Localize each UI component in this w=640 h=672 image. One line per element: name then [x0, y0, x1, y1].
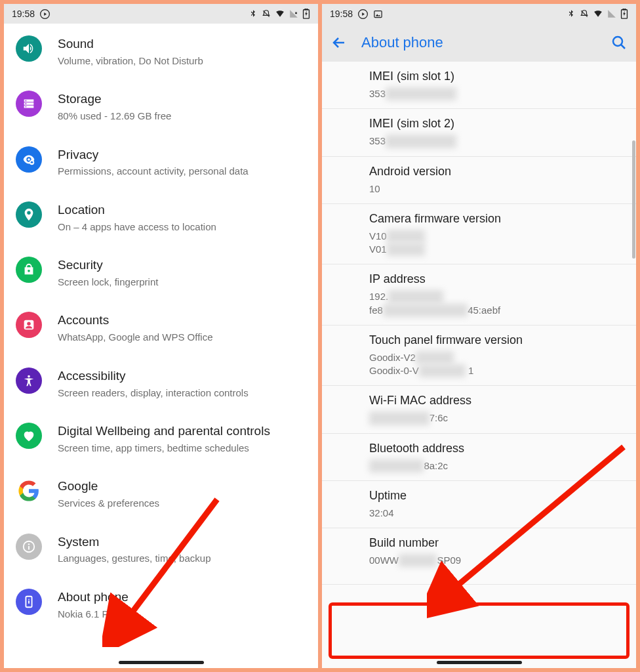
- row-title: Google: [58, 479, 305, 494]
- about-item-wifi-mac[interactable]: Wi-Fi MAC address 00:00:00:00:07:6c: [322, 386, 636, 433]
- accessibility-icon: [16, 368, 42, 394]
- back-button[interactable]: [331, 35, 347, 51]
- scroll-thumb[interactable]: [632, 140, 635, 259]
- svg-point-22: [613, 37, 622, 46]
- about-item-uptime[interactable]: Uptime 32:04: [322, 481, 636, 528]
- section-value: 00:00:00:00:8a:2c: [369, 459, 636, 472]
- wifi-icon: [593, 9, 603, 18]
- about-item-touchfw[interactable]: Touch panel firmware version Goodix-V2.0…: [322, 326, 636, 387]
- svg-rect-19: [374, 10, 382, 17]
- svg-point-12: [28, 543, 30, 545]
- appbar-title: About phone: [361, 34, 443, 51]
- section-label: IMEI (sim slot 1): [369, 70, 636, 83]
- about-item-build[interactable]: Build number 00WW_0_000_SP09: [322, 528, 636, 585]
- section-label: Bluetooth address: [369, 442, 636, 455]
- row-title: Location: [58, 203, 305, 218]
- row-title: Privacy: [58, 148, 305, 163]
- row-sub: Permissions, account activity, personal …: [58, 165, 305, 178]
- section-label: IP address: [369, 272, 636, 286]
- settings-item-security[interactable]: Security Screen lock, fingerprint: [4, 245, 318, 300]
- system-icon: [16, 534, 42, 560]
- settings-item-google[interactable]: Google Services & preferences: [4, 466, 318, 521]
- row-title: System: [58, 535, 305, 550]
- about-item-bluetooth[interactable]: Bluetooth address 00:00:00:00:8a:2c: [322, 434, 636, 481]
- svg-rect-21: [623, 9, 626, 10]
- row-title: About phone: [58, 590, 305, 605]
- row-sub: Nokia 6.1 Plus: [58, 608, 305, 621]
- image-icon: [373, 9, 383, 19]
- row-sub: Languages, gestures, time, backup: [58, 552, 305, 565]
- svg-rect-16: [28, 600, 30, 604]
- svg-point-6: [28, 158, 30, 161]
- row-title: Digital Wellbeing and parental controls: [58, 424, 305, 439]
- section-value: 10: [369, 182, 636, 196]
- section-value: 3530000000000000: [369, 135, 636, 148]
- signal-icon: [607, 9, 616, 18]
- about-list: IMEI (sim slot 1) 3530000000000000 IMEI …: [322, 62, 636, 668]
- wellbeing-icon: [16, 423, 42, 449]
- settings-item-privacy[interactable]: Privacy Permissions, account activity, p…: [4, 135, 318, 190]
- nav-handle[interactable]: [119, 661, 204, 664]
- settings-item-storage[interactable]: Storage 80% used - 12.69 GB free: [4, 79, 318, 134]
- row-sub: 80% used - 12.69 GB free: [58, 110, 305, 123]
- dnd-icon: [262, 9, 271, 18]
- row-title: Accessibility: [58, 369, 305, 384]
- row-title: Security: [58, 258, 305, 273]
- row-sub: Screen readers, display, interaction con…: [58, 387, 305, 400]
- svg-point-10: [28, 375, 30, 378]
- about-phone-icon: [16, 589, 42, 615]
- sound-icon: [16, 35, 42, 62]
- section-label: IMEI (sim slot 2): [369, 117, 636, 131]
- svg-point-5: [26, 106, 27, 108]
- section-value: Goodix-V2.000.000 Goodix-0-V0.00.000.0 1: [369, 351, 636, 378]
- section-label: Android version: [369, 165, 636, 178]
- bluetooth-icon: [567, 9, 576, 18]
- play-icon: [40, 9, 50, 19]
- row-title: Storage: [58, 92, 305, 107]
- row-sub: On – 4 apps have access to location: [58, 220, 305, 234]
- section-label: Wi-Fi MAC address: [369, 394, 636, 408]
- about-item-imei2[interactable]: IMEI (sim slot 2) 3530000000000000: [322, 109, 636, 156]
- row-sub: Screen time, app timers, bedtime schedul…: [58, 442, 305, 455]
- about-item-ip[interactable]: IP address 192.000.000.000 fe80::0000:00…: [322, 264, 636, 326]
- privacy-icon: [16, 146, 42, 173]
- section-label: Uptime: [369, 489, 636, 503]
- settings-list: Sound Volume, vibration, Do Not Disturb …: [4, 24, 318, 668]
- settings-item-accounts[interactable]: Accounts WhatsApp, Google and WPS Office: [4, 300, 318, 355]
- svg-point-9: [27, 322, 31, 326]
- battery-icon: [620, 9, 628, 19]
- settings-item-sound[interactable]: Sound Volume, vibration, Do Not Disturb: [4, 24, 318, 79]
- svg-point-15: [28, 598, 30, 600]
- signal-icon: [289, 9, 298, 18]
- settings-item-system[interactable]: System Languages, gestures, time, backup: [4, 522, 318, 577]
- search-button[interactable]: [611, 35, 627, 51]
- settings-item-about-phone[interactable]: About phone Nokia 6.1 Plus: [4, 577, 318, 632]
- section-value: V100.000.00 V010.000.00: [369, 230, 636, 257]
- about-item-camfw[interactable]: Camera firmware version V100.000.00 V010…: [322, 204, 636, 265]
- svg-point-3: [26, 100, 27, 102]
- phone-right: 19:58 About phone IMEI (sim slot 1) 3530…: [322, 4, 636, 668]
- section-label: Touch panel firmware version: [369, 333, 636, 347]
- row-sub: WhatsApp, Google and WPS Office: [58, 331, 305, 344]
- section-label: Build number: [369, 536, 636, 550]
- row-sub: Screen lock, fingerprint: [58, 276, 305, 289]
- app-bar: About phone: [322, 24, 636, 62]
- settings-item-accessibility[interactable]: Accessibility Screen readers, display, i…: [4, 356, 318, 411]
- dnd-icon: [580, 9, 589, 18]
- section-value: 00WW_0_000_SP09: [369, 554, 636, 567]
- location-icon: [16, 201, 42, 228]
- settings-item-wellbeing[interactable]: Digital Wellbeing and parental controls …: [4, 411, 318, 466]
- storage-icon: [16, 91, 42, 117]
- nav-handle[interactable]: [437, 661, 522, 664]
- about-item-imei1[interactable]: IMEI (sim slot 1) 3530000000000000: [322, 62, 636, 109]
- bluetooth-icon: [249, 9, 258, 18]
- wifi-icon: [275, 9, 285, 18]
- svg-rect-2: [305, 9, 308, 10]
- section-value: 192.000.000.000 fe80::0000:0000:0000:45:…: [369, 290, 636, 317]
- statusbar: 19:58: [4, 4, 318, 24]
- settings-item-location[interactable]: Location On – 4 apps have access to loca…: [4, 190, 318, 245]
- about-item-android[interactable]: Android version 10: [322, 157, 636, 204]
- row-sub: Volume, vibration, Do Not Disturb: [58, 54, 305, 68]
- phone-left: 19:58 Sound Volume, vibration, Do Not Di…: [4, 4, 318, 668]
- battery-icon: [302, 9, 310, 19]
